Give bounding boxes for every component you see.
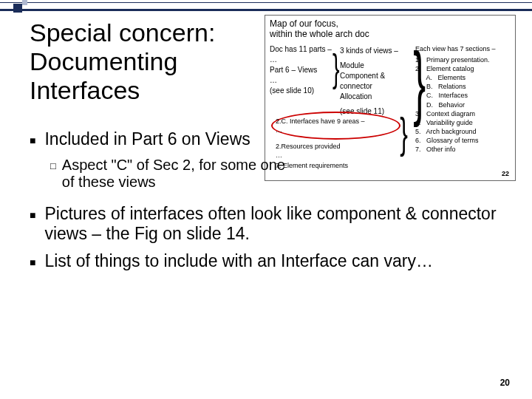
- brace-icon: }: [413, 41, 426, 123]
- diag-text: B. Relations: [415, 82, 510, 91]
- diag-text: (see slide 10): [270, 86, 340, 96]
- decoration-line-thick: [0, 9, 532, 11]
- diag-text: 2. Element catalog: [415, 64, 510, 73]
- diagram-title: Map of our focus, within the whole arch …: [270, 18, 511, 40]
- bullet-list: ■ Included in Part 6 on Views □ Aspect "…: [30, 129, 502, 279]
- diag-text: 1. Primary presentation.: [415, 55, 510, 64]
- bullet-text: Pictures of interfaces often look like c…: [44, 204, 502, 244]
- bullet-text: Aspect "C" of Sec 2, for some one of the…: [62, 157, 287, 191]
- list-item: ■ Pictures of interfaces often look like…: [30, 204, 502, 244]
- diag-text: A. Elements: [415, 73, 510, 82]
- diag-text: Component & connector: [340, 71, 415, 92]
- diagram-page-number: 22: [502, 170, 509, 177]
- brace-icon: }: [332, 49, 340, 87]
- bullet-square-icon: ■: [30, 256, 35, 271]
- diag-text: 3 kinds of views –: [340, 46, 415, 56]
- diag-text: …: [270, 55, 340, 65]
- page-number: 20: [500, 378, 510, 388]
- diag-text: …: [270, 75, 340, 86]
- bullet-square-icon: ■: [30, 209, 35, 244]
- decoration-square-navy: [13, 4, 22, 13]
- diag-text: 4. Variability guide: [415, 118, 510, 127]
- slide-title: Special concern: Documenting Interfaces: [30, 18, 251, 105]
- diag-text: Module: [340, 61, 415, 71]
- diag-text: 3. Context diagram: [415, 109, 510, 118]
- diag-text: Each view has 7 sections –: [415, 44, 510, 53]
- list-item: ■ Included in Part 6 on Views: [30, 129, 259, 149]
- list-item-sub: □ Aspect "C" of Sec 2, for some one of t…: [50, 157, 287, 191]
- diag-text: Allocation: [340, 92, 415, 102]
- decoration-line-thin: [0, 2, 532, 3]
- diag-text: D. Behavior: [415, 100, 510, 109]
- slide-decoration: [0, 0, 532, 13]
- bullet-text: Included in Part 6 on Views: [44, 129, 250, 149]
- diag-text: C. Interfaces: [415, 91, 510, 100]
- bullet-hollow-square-icon: □: [50, 160, 56, 191]
- diag-text: Part 6 – Views: [270, 65, 340, 75]
- diag-text: Doc has 11 parts –: [270, 44, 340, 55]
- bullet-text: List of things to include with an Interf…: [44, 251, 432, 271]
- decoration-square-gray: [22, 0, 27, 5]
- list-item: ■ List of things to include with an Inte…: [30, 251, 502, 271]
- bullet-square-icon: ■: [30, 134, 35, 149]
